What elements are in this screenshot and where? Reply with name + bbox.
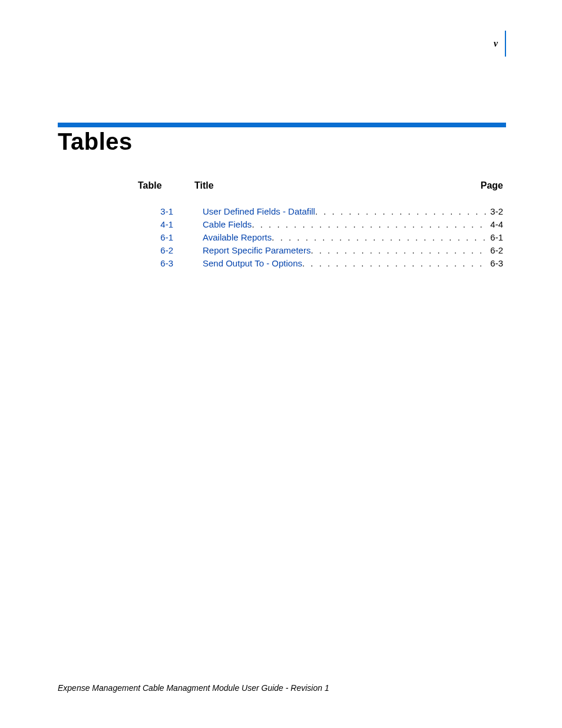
toc-entry-page: 3-2	[488, 205, 503, 218]
toc-entry-title[interactable]: Send Output To - Options	[203, 257, 302, 270]
page-number-box: v	[494, 31, 506, 57]
toc-entry-page: 4-4	[488, 218, 503, 231]
toc-entry-page: 6-1	[488, 231, 503, 244]
page-number: v	[494, 38, 498, 49]
toc-entry-link-wrap: Cable Fields . . . . . . . . . . . . . .…	[181, 218, 503, 231]
toc-entry-page: 6-2	[488, 244, 503, 257]
toc-entry-number[interactable]: 6-1	[138, 231, 181, 244]
toc-entry-number[interactable]: 6-2	[138, 244, 181, 257]
document-page: v Tables Table Title Page 3-1 User Defin…	[0, 0, 562, 728]
toc-leader-dots: . . . . . . . . . . . . . . . . . . . . …	[302, 257, 488, 270]
section-heading: Tables	[58, 129, 133, 155]
tables-toc: Table Title Page 3-1 User Defined Fields…	[138, 180, 503, 270]
toc-row: 3-1 User Defined Fields - Datafill . . .…	[138, 205, 503, 218]
toc-leader-dots: . . . . . . . . . . . . . . . . . . . . …	[272, 231, 488, 244]
header-page: Page	[468, 180, 503, 191]
toc-entry-title[interactable]: Report Specific Parameters	[203, 244, 310, 257]
toc-leader-dots: . . . . . . . . . . . . . . . . . . . . …	[252, 218, 488, 231]
toc-entry-link-wrap: Report Specific Parameters . . . . . . .…	[181, 244, 503, 257]
horizontal-rule	[58, 123, 506, 127]
toc-leader-dots: . . . . . . . . . . . . . . . . . . . . …	[310, 244, 488, 257]
toc-entry-link-wrap: Available Reports . . . . . . . . . . . …	[181, 231, 503, 244]
toc-row: 6-1 Available Reports . . . . . . . . . …	[138, 231, 503, 244]
header-table: Table	[138, 180, 173, 191]
toc-entry-link-wrap: User Defined Fields - Datafill . . . . .…	[181, 205, 503, 218]
toc-row: 4-1 Cable Fields . . . . . . . . . . . .…	[138, 218, 503, 231]
toc-entry-number[interactable]: 6-3	[138, 257, 181, 270]
toc-leader-dots: . . . . . . . . . . . . . . . . . . . . …	[315, 205, 488, 218]
toc-entry-link-wrap: Send Output To - Options . . . . . . . .…	[181, 257, 503, 270]
footer-text: Expense Management Cable Managment Modul…	[58, 683, 329, 693]
header-title: Title	[173, 180, 468, 191]
toc-entry-title[interactable]: User Defined Fields - Datafill	[203, 205, 315, 218]
toc-entry-title[interactable]: Cable Fields	[203, 218, 252, 231]
toc-entry-number[interactable]: 3-1	[138, 205, 181, 218]
toc-row: 6-2 Report Specific Parameters . . . . .…	[138, 244, 503, 257]
toc-entry-title[interactable]: Available Reports	[203, 231, 272, 244]
toc-entry-page: 6-3	[488, 257, 503, 270]
toc-entry-number[interactable]: 4-1	[138, 218, 181, 231]
toc-row: 6-3 Send Output To - Options . . . . . .…	[138, 257, 503, 270]
toc-header-row: Table Title Page	[138, 180, 503, 191]
